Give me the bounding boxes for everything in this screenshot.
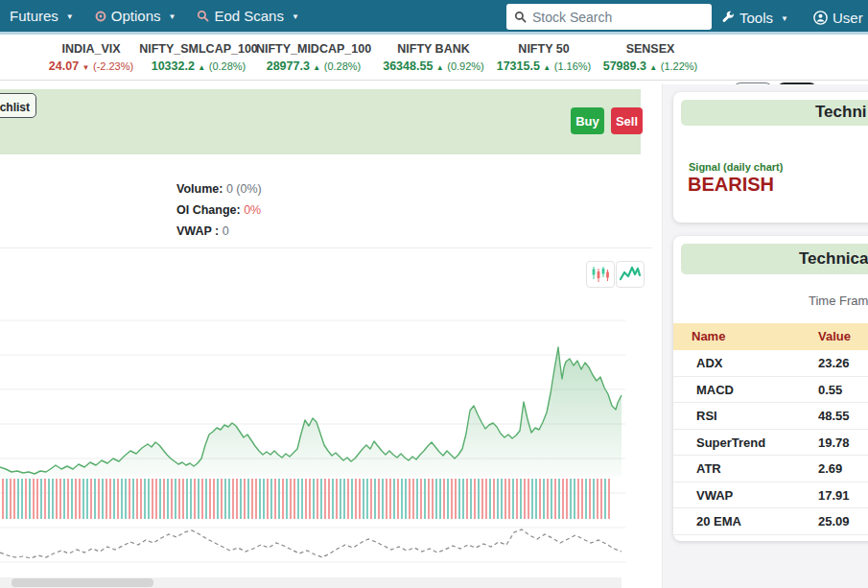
ticker-index: SENSEX57989.3 ▲ (1.22%): [588, 42, 713, 73]
technicals-card: Technica Time Fram Name Value ADX23.26MA…: [673, 236, 868, 541]
menu-user[interactable]: User ▼: [813, 10, 868, 26]
ticker-index-name: NIFTY_SMLCAP_100: [136, 42, 261, 56]
menu-futures-label: Futures: [10, 8, 59, 24]
volume-value: 0: [226, 182, 233, 196]
volume-pct: (0%): [236, 182, 261, 196]
volume-stat: Volume: 0 (0%): [176, 178, 262, 200]
ticker-index-name: SENSEX: [588, 42, 713, 56]
ticker-index: NIFTY BANK36348.55 ▲ (0.92%): [371, 42, 496, 73]
volume-label: Volume:: [176, 182, 223, 196]
price-chart[interactable]: [0, 245, 652, 588]
sell-button[interactable]: Sell: [611, 107, 643, 134]
wrench-icon: [721, 11, 735, 24]
ticker-index-value: 10332.2 ▲ (0.28%): [136, 59, 261, 73]
indicator-value: 2.69: [818, 461, 842, 476]
instrument-stats: Volume: 0 (0%) OI Change: 0% VWAP : 0: [176, 178, 262, 242]
index-ticker-bar: INDIA_VIX24.07 ▼ (-2.23%)NIFTY_SMLCAP_10…: [0, 37, 868, 81]
technicals-table-header: Name Value: [673, 323, 868, 350]
indicator-name: RSI: [696, 409, 717, 423]
timeframe-label: Time Fram: [809, 294, 868, 308]
ticker-index-name: INDIA_VIX: [29, 42, 153, 56]
technical-signal-card-header: Techni: [681, 100, 868, 126]
table-row: VWAP17.91: [673, 482, 868, 509]
technicals-table: Name Value ADX23.26MACD0.55RSI48.55Super…: [673, 323, 868, 535]
menu-tools-label: Tools: [739, 10, 773, 26]
technicals-card-header: Technica: [681, 244, 868, 274]
technical-signal-card-title: Techni: [815, 103, 867, 122]
chevron-down-icon: ▼: [168, 12, 176, 21]
ticker-index: INDIA_VIX24.07 ▼ (-2.23%): [29, 42, 153, 73]
signal-daily-chart-label: Signal (daily chart): [689, 161, 783, 173]
technicals-card-title: Technica: [799, 249, 868, 269]
menu-tools[interactable]: Tools ▼: [721, 10, 788, 26]
menu-user-label: User: [833, 10, 863, 26]
ticker-index-value: 28977.3 ▲ (0.28%): [251, 59, 376, 73]
menu-futures[interactable]: Futures ▼: [10, 8, 74, 24]
ticker-index-value: 36348.55 ▲ (0.92%): [371, 59, 496, 73]
horizontal-scrollbar-thumb[interactable]: [12, 578, 153, 587]
technical-signal-card: Techni Signal (daily chart) BEARISH: [673, 92, 868, 223]
target-icon: [95, 11, 106, 22]
vwap-stat: VWAP : 0: [176, 221, 262, 242]
indicator-value: 19.78: [818, 435, 850, 450]
ticker-index-name: NIFTY BANK: [371, 42, 496, 56]
indicator-name: ADX: [696, 356, 722, 370]
oi-change-stat: OI Change: 0%: [176, 200, 262, 221]
price-area-fill: [0, 347, 622, 477]
indicator-value: 48.55: [818, 409, 850, 423]
table-row: RSI48.55: [673, 403, 868, 430]
menu-eod-scans-label: Eod Scans: [214, 8, 284, 24]
indicator-dashed-line: [0, 529, 622, 558]
indicator-name: MACD: [696, 383, 734, 397]
indicator-name: VWAP: [696, 488, 733, 503]
indicator-value: 17.91: [818, 488, 850, 503]
menu-options-label: Options: [111, 8, 161, 24]
volume-bars: [2, 479, 610, 519]
table-row: 20 EMA25.09: [673, 508, 868, 535]
chevron-down-icon: ▼: [781, 14, 788, 23]
search-icon: [514, 11, 527, 23]
table-header-name: Name: [692, 329, 725, 343]
stock-search-box[interactable]: [506, 4, 712, 30]
up-arrow-icon: ▲: [649, 63, 657, 72]
oi-change-value: 0%: [244, 203, 261, 217]
ticker-index: NIFTY_SMLCAP_10010332.2 ▲ (0.28%): [136, 42, 261, 73]
menu-eod-scans[interactable]: Eod Scans ▼: [197, 8, 298, 24]
instrument-action-band: chlist Buy Sell: [0, 89, 641, 154]
table-row: ATR2.69: [673, 456, 868, 482]
user-icon: [813, 11, 828, 25]
search-icon: [197, 10, 209, 22]
down-arrow-icon: ▼: [82, 63, 90, 72]
table-row: SuperTrend19.78: [673, 430, 868, 457]
oi-change-label: OI Change:: [176, 203, 241, 217]
up-arrow-icon: ▲: [436, 63, 444, 72]
indicator-value: 25.09: [818, 514, 850, 529]
indicator-value: 23.26: [818, 356, 850, 370]
table-row: ADX23.26: [673, 350, 868, 377]
ticker-index-name: NIFTY_MIDCAP_100: [251, 42, 376, 56]
search-input[interactable]: [532, 10, 704, 25]
indicator-name: SuperTrend: [696, 435, 765, 450]
top-navbar: Futures ▼ Options ▼ Eod Scans ▼ Tools ▼: [0, 0, 868, 35]
vwap-value: 0: [223, 224, 229, 238]
up-arrow-icon: ▲: [313, 63, 320, 72]
signal-value: BEARISH: [688, 174, 774, 196]
menu-options[interactable]: Options ▼: [95, 8, 176, 24]
chevron-down-icon: ▼: [292, 12, 299, 21]
table-header-value: Value: [818, 329, 851, 343]
horizontal-scrollbar[interactable]: [0, 577, 622, 588]
table-row: MACD0.55: [673, 377, 868, 404]
chevron-down-icon: ▼: [66, 12, 74, 21]
indicator-name: 20 EMA: [696, 514, 741, 529]
ticker-index-value: 24.07 ▼ (-2.23%): [29, 59, 153, 73]
ticker-index: NIFTY_MIDCAP_10028977.3 ▲ (0.28%): [251, 42, 376, 73]
vwap-label: VWAP :: [176, 224, 219, 238]
indicator-value: 0.55: [818, 383, 842, 397]
buy-button[interactable]: Buy: [571, 107, 604, 134]
ticker-index-value: 57989.3 ▲ (1.22%): [588, 59, 713, 73]
watchlist-button[interactable]: chlist: [0, 93, 36, 118]
up-arrow-icon: ▲: [198, 63, 205, 72]
indicator-name: ATR: [696, 461, 721, 476]
up-arrow-icon: ▲: [543, 63, 551, 72]
